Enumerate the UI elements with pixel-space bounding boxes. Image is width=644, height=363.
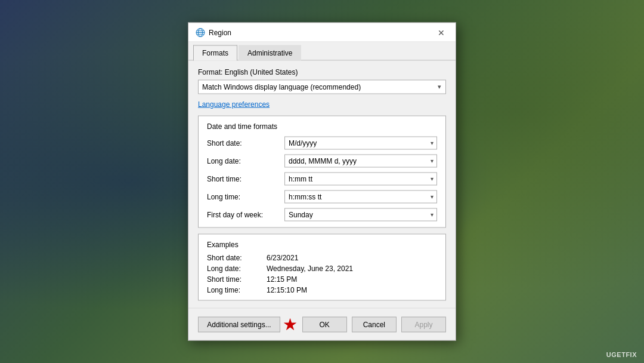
example-long-date-label: Long date: — [207, 264, 267, 273]
first-day-select-wrapper: Sunday Monday Tuesday Wednesday Thursday… — [284, 208, 437, 222]
long-date-select[interactable]: dddd, MMMM d, yyyy — [284, 155, 437, 168]
watermark: UGETFIX — [606, 351, 637, 358]
close-button[interactable]: ✕ — [434, 25, 448, 39]
short-date-label: Short date: — [207, 139, 284, 147]
date-time-section: Date and time formats Short date: M/d/yy… — [198, 116, 446, 228]
short-date-select-wrapper: M/d/yyyy — [284, 137, 437, 150]
long-time-row: Long time: h:mm:ss tt — [207, 190, 437, 204]
example-long-time: Long time: 12:15:10 PM — [207, 286, 437, 294]
tab-administrative[interactable]: Administrative — [239, 45, 301, 61]
long-date-label: Long date: — [207, 157, 284, 165]
ok-button[interactable]: OK — [302, 316, 347, 332]
example-short-time: Short time: 12:15 PM — [207, 275, 437, 284]
example-long-date: Long date: Wednesday, June 23, 2021 — [207, 264, 437, 273]
example-short-time-value: 12:15 PM — [267, 275, 297, 284]
long-date-row: Long date: dddd, MMMM d, yyyy — [207, 155, 437, 168]
bottom-button-bar: Additional settings... ★ OK Cancel Apply — [188, 308, 456, 340]
examples-title: Examples — [207, 241, 437, 249]
example-long-date-value: Wednesday, June 23, 2021 — [267, 264, 353, 273]
first-day-row: First day of week: Sunday Monday Tuesday… — [207, 208, 437, 222]
tab-content: Format: English (United States) Match Wi… — [188, 61, 456, 308]
example-short-date-value: 6/23/2021 — [267, 254, 298, 262]
example-short-date-label: Short date: — [207, 254, 267, 262]
long-time-select[interactable]: h:mm:ss tt — [284, 190, 437, 204]
format-select[interactable]: Match Windows display language (recommen… — [198, 80, 446, 94]
additional-settings-button[interactable]: Additional settings... — [198, 316, 280, 332]
example-short-date: Short date: 6/23/2021 — [207, 254, 437, 262]
short-time-row: Short time: h:mm tt — [207, 173, 437, 186]
globe-icon — [196, 27, 205, 37]
short-time-select-wrapper: h:mm tt — [284, 173, 437, 186]
tab-formats[interactable]: Formats — [193, 45, 237, 61]
date-time-section-title: Date and time formats — [207, 122, 437, 131]
short-time-select[interactable]: h:mm tt — [284, 173, 437, 186]
title-bar: Region ✕ — [188, 23, 456, 42]
apply-button[interactable]: Apply — [401, 316, 446, 332]
svg-point-5 — [196, 28, 205, 36]
examples-section: Examples Short date: 6/23/2021 Long date… — [198, 234, 446, 301]
star-icon: ★ — [283, 315, 298, 334]
short-date-select[interactable]: M/d/yyyy — [284, 137, 437, 150]
first-day-label: First day of week: — [207, 211, 284, 219]
short-date-row: Short date: M/d/yyyy — [207, 137, 437, 150]
example-long-time-label: Long time: — [207, 286, 267, 294]
language-preferences-link[interactable]: Language preferences — [198, 100, 270, 109]
format-label: Format: English (United States) — [198, 68, 446, 76]
format-select-wrapper: Match Windows display language (recommen… — [198, 80, 446, 94]
title-bar-left: Region — [196, 27, 231, 37]
first-day-select[interactable]: Sunday Monday Tuesday Wednesday Thursday… — [284, 208, 437, 222]
tab-bar: Formats Administrative — [188, 42, 456, 61]
example-short-time-label: Short time: — [207, 275, 267, 284]
long-time-label: Long time: — [207, 193, 284, 201]
example-long-time-value: 12:15:10 PM — [267, 286, 307, 294]
short-time-label: Short time: — [207, 175, 284, 183]
long-date-select-wrapper: dddd, MMMM d, yyyy — [284, 155, 437, 168]
region-window: Region ✕ Formats Administrative Format: … — [188, 23, 456, 341]
cancel-button[interactable]: Cancel — [352, 316, 397, 332]
long-time-select-wrapper: h:mm:ss tt — [284, 190, 437, 204]
window-title: Region — [209, 28, 231, 36]
